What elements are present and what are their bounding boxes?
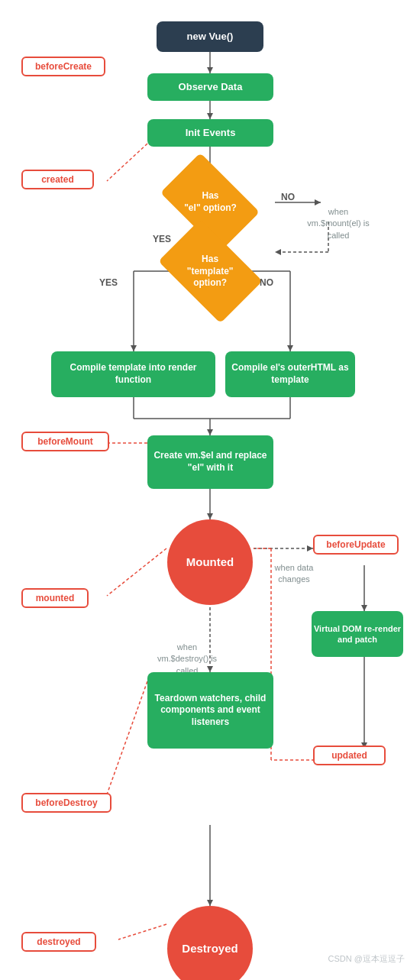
svg-line-43 <box>107 681 147 794</box>
svg-marker-33 <box>307 545 313 551</box>
before-update-label: beforeUpdate <box>313 535 399 555</box>
svg-line-44 <box>118 924 166 940</box>
destroyed-circle: Destroyed <box>167 906 253 980</box>
mounted-label: mounted <box>21 588 89 608</box>
yes-template-label: YES <box>99 277 118 289</box>
svg-marker-8 <box>315 199 321 205</box>
updated-label: updated <box>313 746 386 765</box>
create-vm-el-box: Create vm.$el and replace "el" with it <box>147 435 273 489</box>
when-mount-note: when vm.$mount(el) is called <box>304 206 373 241</box>
svg-marker-3 <box>207 113 213 119</box>
teardown-box: Teardown watchers, child components and … <box>147 672 273 749</box>
no-template-label: NO <box>260 277 273 289</box>
svg-marker-25 <box>207 429 213 435</box>
observe-data-box: Observe Data <box>147 73 273 101</box>
compile-el-box: Compile el's outerHTML as template <box>225 351 355 397</box>
before-destroy-label: beforeDestroy <box>21 793 111 813</box>
svg-marker-11 <box>275 249 281 255</box>
svg-marker-16 <box>131 345 137 351</box>
yes-el-label: YES <box>153 233 171 246</box>
watermark: CSDN @逗本逗逗子 <box>328 953 405 965</box>
before-mount-label: beforeMount <box>21 432 109 451</box>
has-template-diamond: Has"template"option? <box>158 219 262 323</box>
compile-template-box: Compile template into render function <box>51 351 215 397</box>
svg-marker-19 <box>287 345 293 351</box>
svg-line-29 <box>107 548 166 596</box>
no-el-label: NO <box>281 191 295 204</box>
virtual-dom-box: Virtual DOM re-render and patch <box>312 611 403 657</box>
new-vue-box: new Vue() <box>157 21 263 52</box>
before-create-label: beforeCreate <box>21 57 105 76</box>
svg-marker-42 <box>207 900 213 906</box>
svg-marker-1 <box>207 67 213 73</box>
svg-line-4 <box>107 144 147 181</box>
mounted-circle: Mounted <box>167 519 253 605</box>
destroyed-label: destroyed <box>21 932 96 952</box>
svg-marker-28 <box>207 513 213 519</box>
svg-marker-35 <box>361 605 367 611</box>
init-events-box: Init Events <box>147 119 273 147</box>
when-data-changes-note: when data changes <box>263 562 325 586</box>
created-label: created <box>21 170 94 189</box>
